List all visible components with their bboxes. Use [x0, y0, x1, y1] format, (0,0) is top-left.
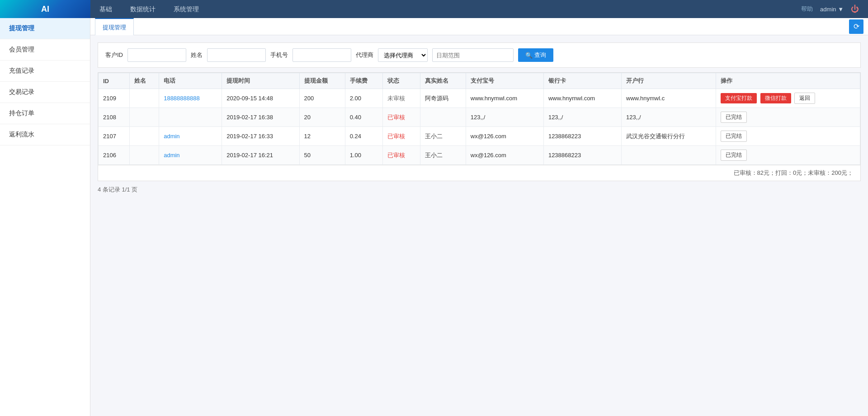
cell-actions: 已完结 [716, 146, 860, 165]
nav-items: 基础 数据统计 系统管理 [90, 0, 801, 18]
sidebar-item-positions[interactable]: 持仓订单 [0, 103, 90, 124]
name-label: 姓名 [191, 51, 203, 59]
summary-row: 已审核：82元；打回：0元；未审核：200元； [98, 165, 861, 181]
sidebar-item-recharge[interactable]: 充值记录 [0, 61, 90, 82]
th-bank: 开户行 [622, 73, 716, 89]
th-actions: 操作 [716, 73, 860, 89]
agent-select[interactable]: 选择代理商 [378, 48, 428, 62]
th-bank-card: 银行卡 [543, 73, 621, 89]
th-status: 状态 [382, 73, 420, 89]
cell-name [130, 89, 159, 108]
name-input[interactable] [207, 48, 266, 62]
main-content: 提现管理 ⟳ 客户ID 姓名 手机号 代理商 选择代理商 🔍 查询 [90, 18, 868, 416]
cell-actions: 支付宝打款 微信打款 返回 [716, 89, 860, 108]
sidebar-item-member[interactable]: 会员管理 [0, 39, 90, 61]
cell-status: 已审核 [382, 146, 420, 165]
cell-alipay: wx@126.com [466, 146, 543, 165]
th-name: 姓名 [130, 73, 159, 89]
summary-text: 已审核：82元；打回：0元；未审核：200元； [734, 169, 853, 176]
sidebar: 提现管理 会员管理 充值记录 交易记录 持仓订单 返利流水 [0, 18, 90, 416]
cell-status: 未审核 [382, 89, 420, 108]
wechat-button[interactable]: 微信打款 [760, 93, 791, 103]
content-area: 客户ID 姓名 手机号 代理商 选择代理商 🔍 查询 [90, 35, 868, 206]
cell-id: 2109 [99, 89, 130, 108]
cell-name [130, 108, 159, 127]
cell-bank: 123,,/ [622, 108, 716, 127]
cell-alipay: 123,,/ [466, 108, 543, 127]
cell-real-name: 阿奇源码 [420, 89, 466, 108]
sidebar-item-withdrawal[interactable]: 提现管理 [0, 18, 90, 39]
th-fee: 手续费 [345, 73, 382, 89]
table-header-row: ID 姓名 电话 提现时间 提现金额 手续费 状态 真实姓名 支付宝号 银行卡 … [99, 73, 860, 89]
customer-id-label: 客户ID [105, 51, 123, 59]
done-button[interactable]: 已完结 [721, 112, 747, 123]
table-row: 2108 2019-02-17 16:38 20 0.40 已审核 123,,/… [99, 108, 860, 127]
th-id: ID [99, 73, 130, 89]
cell-fee: 0.24 [345, 127, 382, 146]
search-icon: 🔍 [525, 52, 533, 59]
sidebar-item-rebate[interactable]: 返利流水 [0, 124, 90, 145]
tab-withdrawal[interactable]: 提现管理 [95, 18, 134, 35]
data-table: ID 姓名 电话 提现时间 提现金额 手续费 状态 真实姓名 支付宝号 银行卡 … [98, 72, 861, 165]
cell-bank: www.hnymwl.c [622, 89, 716, 108]
done-button[interactable]: 已完结 [721, 150, 747, 161]
cell-phone: 18888888888 [159, 89, 222, 108]
phone-input[interactable] [292, 48, 351, 62]
phone-link[interactable]: 18888888888 [164, 95, 200, 102]
search-button[interactable]: 🔍 查询 [518, 48, 553, 62]
cell-status: 已审核 [382, 127, 420, 146]
logo-text: AI [41, 5, 49, 14]
cell-status: 已审核 [382, 108, 420, 127]
cell-alipay: wx@126.com [466, 127, 543, 146]
search-button-label: 查询 [534, 51, 546, 59]
logo: AI [0, 0, 90, 18]
th-phone: 电话 [159, 73, 222, 89]
cell-phone: admin [159, 127, 222, 146]
cell-withdraw-time: 2019-02-17 16:33 [222, 127, 299, 146]
search-bar: 客户ID 姓名 手机号 代理商 选择代理商 🔍 查询 [98, 42, 861, 68]
phone-link[interactable]: admin [164, 152, 179, 159]
refresh-icon[interactable]: ⟳ [849, 19, 863, 34]
nav-item-stats[interactable]: 数据统计 [121, 0, 165, 18]
admin-dropdown[interactable]: admin ▼ [820, 6, 844, 13]
phone-link[interactable]: admin [164, 133, 179, 140]
cell-real-name: 王小二 [420, 127, 466, 146]
cell-amount: 200 [299, 89, 345, 108]
sidebar-item-trade[interactable]: 交易记录 [0, 82, 90, 103]
alipay-button[interactable]: 支付宝打款 [721, 93, 757, 103]
cell-bank-card: 1238868223 [543, 146, 621, 165]
cell-alipay: www.hnymwl.com [466, 89, 543, 108]
date-range-input[interactable] [432, 48, 514, 62]
nav-item-basics[interactable]: 基础 [90, 0, 121, 18]
cell-real-name: 王小二 [420, 146, 466, 165]
pagination-row: 4 条记录 1/1 页 [98, 181, 861, 198]
cell-bank [622, 146, 716, 165]
cell-withdraw-time: 2020-09-15 14:48 [222, 89, 299, 108]
customer-id-input[interactable] [127, 48, 186, 62]
cell-amount: 20 [299, 108, 345, 127]
logout-icon[interactable]: ⏻ [851, 5, 859, 14]
cell-fee: 2.00 [345, 89, 382, 108]
agent-label: 代理商 [356, 51, 373, 59]
done-button[interactable]: 已完结 [721, 131, 747, 142]
table-row: 2109 18888888888 2020-09-15 14:48 200 2.… [99, 89, 860, 108]
tab-bar: 提现管理 ⟳ [90, 18, 868, 35]
th-real-name: 真实姓名 [420, 73, 466, 89]
cell-name [130, 127, 159, 146]
return-button[interactable]: 返回 [794, 93, 815, 104]
cell-actions: 已完结 [716, 108, 860, 127]
table-row: 2106 admin 2019-02-17 16:21 50 1.00 已审核 … [99, 146, 860, 165]
th-amount: 提现金额 [299, 73, 345, 89]
table-row: 2107 admin 2019-02-17 16:33 12 0.24 已审核 … [99, 127, 860, 146]
cell-id: 2108 [99, 108, 130, 127]
th-alipay: 支付宝号 [466, 73, 543, 89]
status-label: 未审核 [387, 95, 405, 102]
cell-name [130, 146, 159, 165]
nav-item-system[interactable]: 系统管理 [165, 0, 208, 18]
cell-withdraw-time: 2019-02-17 16:38 [222, 108, 299, 127]
cell-actions: 已完结 [716, 127, 860, 146]
cell-fee: 1.00 [345, 146, 382, 165]
cell-amount: 50 [299, 146, 345, 165]
help-link[interactable]: 帮助 [801, 5, 813, 13]
cell-bank-card: 123,,/ [543, 108, 621, 127]
